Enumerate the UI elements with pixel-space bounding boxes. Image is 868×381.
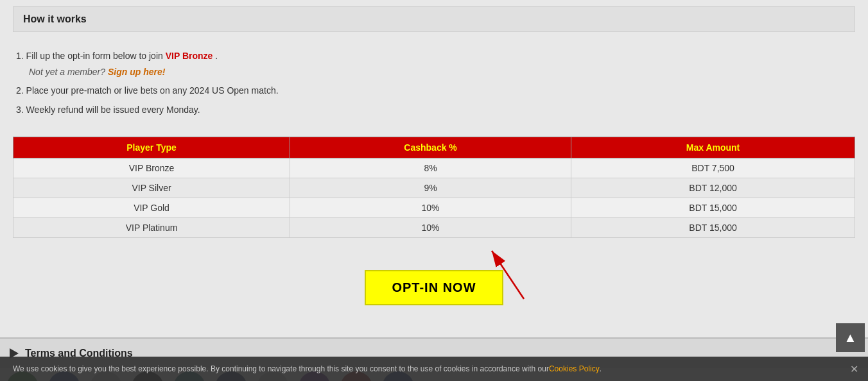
step-2-number: 2.	[16, 85, 26, 96]
table-row: VIP Silver9%BDT 12,000	[13, 178, 855, 198]
step-3-text: Weekly refund will be issued every Monda…	[26, 105, 200, 115]
step-2: 2. Place your pre-match or live bets on …	[16, 83, 852, 99]
step-1-text-before: Fill up the opt-in form below to join	[26, 51, 166, 61]
cookie-close-button[interactable]: ✕	[850, 363, 858, 375]
table-row: VIP Platinum10%BDT 15,000	[13, 217, 855, 237]
table-cell-3-1: 10%	[290, 217, 571, 237]
table-cell-1-1: 9%	[290, 178, 571, 198]
table-cell-3-2: BDT 15,000	[571, 217, 855, 237]
instructions: 1. Fill up the opt-in form below to join…	[13, 42, 855, 127]
table-cell-2-2: BDT 15,000	[571, 198, 855, 217]
how-it-works-title: How it works	[23, 13, 845, 25]
opt-in-section: OPT-IN NOW	[13, 251, 855, 325]
not-member-text: Not yet a member? Sign up here!	[29, 64, 852, 80]
how-it-works-header: How it works	[13, 6, 855, 32]
table-cell-1-2: BDT 12,000	[571, 178, 855, 198]
step-1: 1. Fill up the opt-in form below to join…	[16, 48, 852, 80]
table-cell-2-0: VIP Gold	[13, 198, 290, 217]
main-content: How it works 1. Fill up the opt-in form …	[0, 0, 868, 337]
table-row: VIP Gold10%BDT 15,000	[13, 198, 855, 217]
table-cell-0-1: 8%	[290, 158, 571, 178]
step-1-number: 1.	[16, 51, 26, 61]
sign-up-link[interactable]: Sign up here!	[108, 67, 165, 77]
cookie-text-suffix: .	[600, 364, 602, 373]
cookie-text: We use cookies to give you the best expe…	[13, 364, 549, 373]
table-cell-0-0: VIP Bronze	[13, 158, 290, 178]
cashback-table: Player Type Cashback % Max Amount VIP Br…	[13, 137, 855, 238]
step-2-text: Place your pre-match or live bets on any…	[26, 85, 279, 96]
opt-in-button[interactable]: OPT-IN NOW	[365, 270, 503, 305]
col-header-cashback: Cashback %	[290, 137, 571, 158]
cookies-policy-link[interactable]: Cookies Policy	[549, 364, 600, 373]
scroll-top-button[interactable]: ▲	[836, 323, 865, 352]
table-cell-2-1: 10%	[290, 198, 571, 217]
col-header-max-amount: Max Amount	[571, 137, 855, 158]
step-3-number: 3.	[16, 105, 26, 115]
step-3: 3. Weekly refund will be issued every Mo…	[16, 102, 852, 118]
vip-bronze-link[interactable]: VIP Bronze	[166, 51, 213, 61]
step-1-text-after: .	[213, 51, 218, 61]
table-cell-3-0: VIP Platinum	[13, 217, 290, 237]
table-row: VIP Bronze8%BDT 7,500	[13, 158, 855, 178]
table-cell-1-0: VIP Silver	[13, 178, 290, 198]
col-header-player-type: Player Type	[13, 137, 290, 158]
table-header-row: Player Type Cashback % Max Amount	[13, 137, 855, 158]
table-cell-0-2: BDT 7,500	[571, 158, 855, 178]
cookie-bar: We use cookies to give you the best expe…	[0, 357, 868, 381]
